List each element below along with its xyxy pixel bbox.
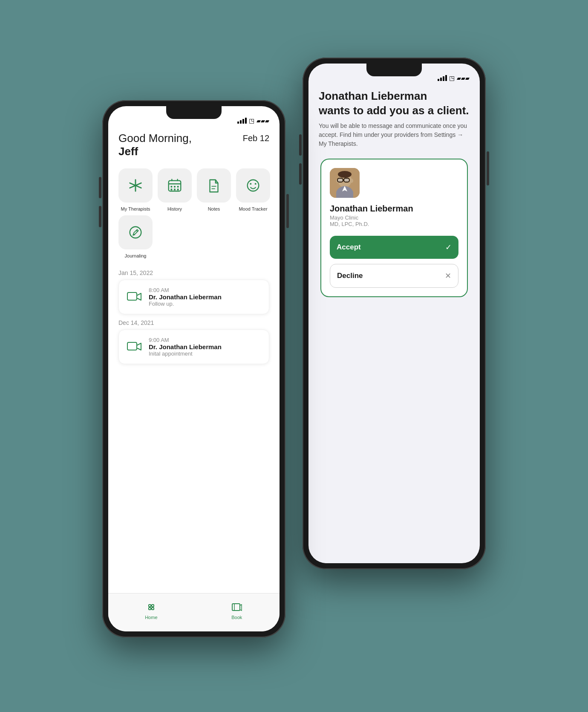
notch xyxy=(166,106,222,119)
journaling-icon-box xyxy=(118,215,153,249)
svg-rect-21 xyxy=(127,292,137,300)
mood-tracker-label: Mood Tracker xyxy=(239,206,267,212)
nav-home[interactable]: Home xyxy=(145,601,157,620)
right-phone-screen: ◳ ▰▰▰ Jonathan Lieberman wants to add yo… xyxy=(308,64,480,563)
wifi-icon: ◳ xyxy=(249,117,254,124)
left-phone: ◳ ▰▰▰ Good Morning, Jeff Feb 12 xyxy=(102,100,285,637)
edit-circle-icon xyxy=(127,224,144,240)
svg-rect-26 xyxy=(152,608,154,610)
book-icon xyxy=(231,601,243,613)
appointment-date-2: Dec 14, 2021 xyxy=(118,319,269,326)
svg-line-20 xyxy=(133,235,135,235)
decline-x-icon: ✕ xyxy=(445,271,451,281)
status-icons: ◳ ▰▰▰ xyxy=(237,117,269,124)
home-nav-label: Home xyxy=(145,615,157,620)
notification-action-text: wants to add you as a client. xyxy=(319,104,469,117)
left-phone-screen: ◳ ▰▰▰ Good Morning, Jeff Feb 12 xyxy=(108,106,280,631)
svg-rect-23 xyxy=(149,605,151,607)
therapist-avatar-image xyxy=(330,168,360,198)
decline-button[interactable]: Decline ✕ xyxy=(330,264,458,288)
svg-rect-12 xyxy=(177,189,179,191)
notification-subtitle: You will be able to message and communic… xyxy=(319,122,470,148)
notes-icon-box xyxy=(197,168,231,203)
menu-grid: My Therapists xyxy=(118,168,269,212)
appt-time-2: 9:00 AM xyxy=(149,337,222,343)
svg-rect-24 xyxy=(152,605,154,607)
appointment-date-1: Jan 15, 2022 xyxy=(118,269,269,276)
home-icon xyxy=(145,601,157,613)
appointment-card-1[interactable]: 8:00 AM Dr. Jonathan Lieberman Follow up… xyxy=(118,280,269,314)
signal-icon xyxy=(237,118,247,124)
accept-button[interactable]: Accept ✓ xyxy=(330,236,458,259)
right-notch xyxy=(366,64,422,76)
battery-icon: ▰▰▰ xyxy=(257,118,269,124)
appointment-info-1: 8:00 AM Dr. Jonathan Lieberman Follow up… xyxy=(149,287,222,307)
svg-point-17 xyxy=(255,183,257,185)
date-display: Feb 12 xyxy=(243,132,269,143)
journaling-label: Journaling xyxy=(125,253,147,259)
svg-line-19 xyxy=(136,231,138,232)
svg-rect-7 xyxy=(171,186,173,188)
svg-point-16 xyxy=(250,183,251,185)
accept-button-label: Accept xyxy=(337,243,361,252)
svg-rect-9 xyxy=(177,186,179,188)
right-status-icons: ◳ ▰▰▰ xyxy=(438,75,470,81)
svg-point-31 xyxy=(350,179,353,183)
menu-item-notes[interactable]: Notes xyxy=(197,168,231,212)
svg-rect-34 xyxy=(344,178,349,182)
therapist-name: Jonathan Lieberman xyxy=(330,204,458,214)
appt-time-1: 8:00 AM xyxy=(149,287,222,293)
svg-rect-25 xyxy=(149,608,151,610)
video-call-icon-1 xyxy=(126,288,143,305)
nav-book[interactable]: Book xyxy=(231,601,243,620)
greeting-text: Good Morning, Jeff xyxy=(118,132,192,158)
appointment-section-1: Jan 15, 2022 8:00 AM Dr. Jonathan Lieber… xyxy=(118,269,269,314)
history-icon-box xyxy=(158,168,192,203)
decline-button-label: Decline xyxy=(337,272,363,280)
accept-check-icon: ✓ xyxy=(445,243,452,252)
therapist-credentials: MD, LPC, Ph.D. xyxy=(330,221,458,227)
menu-row-2: Journaling xyxy=(118,215,269,259)
svg-rect-8 xyxy=(174,186,176,188)
menu-item-my-therapists[interactable]: My Therapists xyxy=(118,168,153,212)
therapist-clinic: Mayo Clinic xyxy=(330,214,458,221)
history-label: History xyxy=(167,206,182,212)
right-phone: ◳ ▰▰▰ Jonathan Lieberman wants to add yo… xyxy=(303,58,486,569)
svg-point-32 xyxy=(338,171,352,178)
my-therapists-label: My Therapists xyxy=(121,206,150,212)
menu-item-journaling[interactable]: Journaling xyxy=(118,215,153,259)
user-name: Jeff xyxy=(118,145,192,158)
left-main-content: Good Morning, Jeff Feb 12 xyxy=(108,127,280,364)
document-icon xyxy=(206,177,222,194)
good-morning-label: Good Morning, xyxy=(118,132,192,145)
smiley-icon xyxy=(245,177,261,194)
notes-label: Notes xyxy=(208,206,220,212)
svg-rect-33 xyxy=(337,178,343,182)
book-nav-label: Book xyxy=(231,615,242,620)
therapist-card: Jonathan Lieberman Mayo Clinic MD, LPC, … xyxy=(320,159,468,297)
menu-item-mood-tracker[interactable]: Mood Tracker xyxy=(236,168,270,212)
video-call-icon-2 xyxy=(126,338,143,355)
appt-type-1: Follow up. xyxy=(149,301,222,307)
asterisk-icon xyxy=(127,177,144,194)
appointment-section-2: Dec 14, 2021 9:00 AM Dr. Jonathan Lieber… xyxy=(118,319,269,364)
svg-rect-10 xyxy=(171,189,173,191)
right-signal-icon xyxy=(438,75,447,81)
notification-title: Jonathan Lieberman wants to add you as a… xyxy=(319,89,470,118)
my-therapists-icon-box xyxy=(118,168,153,203)
right-wifi-icon: ◳ xyxy=(449,75,455,81)
svg-rect-22 xyxy=(127,342,137,350)
bottom-nav: Home Book xyxy=(108,593,280,631)
svg-rect-27 xyxy=(232,604,240,611)
svg-point-15 xyxy=(248,180,259,191)
menu-item-history[interactable]: History xyxy=(158,168,192,212)
appointment-card-2[interactable]: 9:00 AM Dr. Jonathan Lieberman Inital ap… xyxy=(118,330,269,364)
appt-doctor-2: Dr. Jonathan Lieberman xyxy=(149,343,222,350)
mood-tracker-icon-box xyxy=(236,168,270,203)
appt-type-2: Inital appointment xyxy=(149,350,222,357)
therapist-avatar xyxy=(330,168,360,198)
right-main-content: Jonathan Lieberman wants to add you as a… xyxy=(308,85,480,297)
right-battery-icon: ▰▰▰ xyxy=(457,75,470,81)
greeting-row: Good Morning, Jeff Feb 12 xyxy=(118,132,269,158)
svg-point-18 xyxy=(130,227,141,238)
